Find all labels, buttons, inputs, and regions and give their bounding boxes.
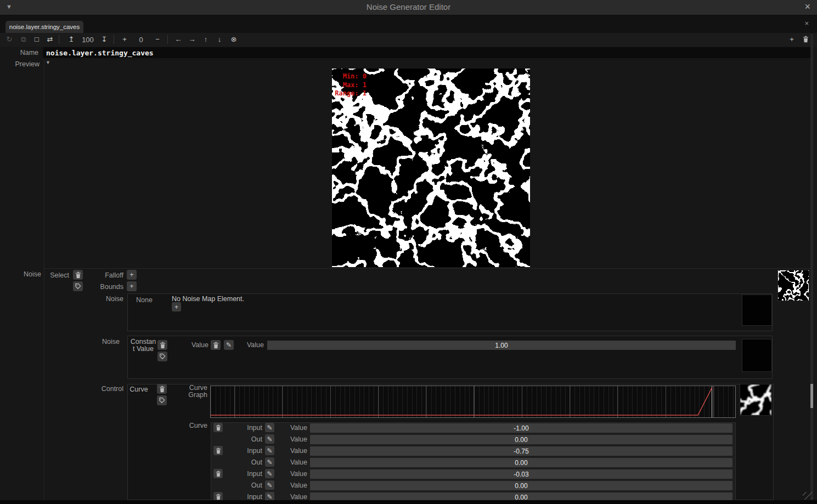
point-trash-button[interactable]	[213, 446, 223, 455]
scrollbar-track[interactable]	[810, 34, 813, 499]
value-param-label: Value	[181, 341, 209, 349]
preview-collapse-icon[interactable]: ▼	[46, 60, 50, 65]
noise-map-empty-message: No Noise Map Element.	[172, 295, 281, 303]
noise-element-type-label: Constant Value	[129, 338, 157, 353]
curve-line	[211, 386, 735, 417]
move-left-icon[interactable]: ←	[173, 35, 184, 44]
point-value-label: Value	[280, 482, 307, 489]
falloff-label: Falloff	[85, 271, 123, 279]
name-input[interactable]	[43, 47, 810, 58]
noise-group-label: Noise	[5, 270, 41, 278]
point-kind-label: Input	[235, 447, 262, 455]
point-value-label: Value	[280, 458, 307, 466]
select-trash-button[interactable]	[73, 270, 83, 280]
point-value-slider[interactable]: 0.00	[310, 458, 733, 467]
point-pencil-button[interactable]: ✎	[265, 434, 274, 444]
constant-value-slider[interactable]: 1.00	[267, 341, 736, 350]
window-bottom-edge	[0, 500, 817, 504]
label-column-divider	[44, 59, 44, 500]
cancel-icon[interactable]: ⊗	[228, 35, 239, 44]
point-value-slider[interactable]: -1.00	[310, 423, 733, 433]
toolbar-add-icon[interactable]: +	[786, 35, 797, 44]
preview-stats: Min: 0 Max: 1 Range: 1	[334, 72, 367, 98]
toolbar-separator	[59, 35, 59, 44]
point-kind-label: Input	[235, 493, 262, 501]
point-value-slider[interactable]: 0.00	[310, 481, 733, 490]
value-trash-button[interactable]	[211, 340, 221, 350]
control-thumbnail	[740, 384, 772, 416]
noise-map-label: Noise	[85, 295, 123, 303]
shuffle-icon[interactable]: ⇄	[44, 35, 55, 44]
bounds-add-button[interactable]: +	[127, 281, 137, 291]
tab-noise-layer-stringy-caves[interactable]: noise.layer.stringy_caves	[5, 21, 83, 33]
point-pencil-button[interactable]: ✎	[265, 457, 274, 467]
increment-icon[interactable]: +	[119, 35, 130, 44]
point-trash-button[interactable]	[213, 469, 223, 478]
curve-graph-label: Curve Graph	[183, 384, 207, 399]
decrement-icon[interactable]: −	[152, 35, 163, 44]
toolbar-trash-icon[interactable]	[800, 35, 811, 44]
offset-value-label[interactable]: 0	[133, 36, 149, 44]
resize-grip[interactable]	[803, 492, 813, 500]
point-kind-label: Out	[235, 482, 262, 489]
noise-element-tag-button[interactable]	[157, 352, 167, 361]
curve-trash-button[interactable]	[157, 384, 167, 394]
window-title: Noise Generator Editor	[0, 2, 817, 12]
preview-label: Preview	[5, 60, 40, 68]
preview-min: Min: 0	[334, 72, 367, 81]
point-value-slider[interactable]: -0.03	[310, 469, 733, 479]
curve-type-label: Curve	[125, 386, 153, 393]
noise-map-add-button[interactable]: +	[172, 302, 181, 312]
point-pencil-button[interactable]: ✎	[265, 446, 274, 455]
tab-close-icon[interactable]: ×	[804, 19, 809, 27]
raise-amount-label[interactable]: 100	[80, 36, 96, 44]
move-down-icon[interactable]: ↓	[214, 35, 225, 44]
falloff-add-button[interactable]: +	[127, 270, 137, 280]
value-label: Value	[236, 341, 264, 349]
point-value-label: Value	[280, 435, 307, 443]
point-kind-label: Out	[235, 458, 262, 466]
point-value-slider[interactable]: 0.00	[310, 435, 733, 444]
move-up-icon[interactable]: ↑	[200, 35, 211, 44]
bounds-label: Bounds	[85, 283, 123, 291]
toolbar-separator	[167, 35, 168, 44]
preview-max: Max: 1	[334, 81, 367, 90]
point-kind-label: Input	[235, 470, 262, 478]
curve-points-label: Curve	[183, 422, 207, 429]
point-pencil-button[interactable]: ✎	[265, 480, 274, 490]
noise-element-thumbnail	[742, 339, 772, 372]
refresh-icon[interactable]: ↻	[4, 35, 15, 44]
point-value-label: Value	[280, 424, 307, 432]
point-kind-label: Out	[235, 435, 262, 443]
noise-map-thumbnail	[742, 295, 772, 326]
value-pencil-button[interactable]: ✎	[224, 340, 234, 350]
select-tag-button[interactable]	[73, 281, 83, 291]
curve-graph[interactable]	[210, 386, 736, 418]
scrollbar-thumb[interactable]	[810, 384, 813, 408]
noise-generator-editor-window: ▼ Noise Generator Editor × noise.layer.s…	[0, 0, 817, 504]
lower-to-bottom-icon[interactable]: ↧	[99, 35, 110, 44]
frame-icon[interactable]: □	[31, 35, 42, 44]
tab-strip: noise.layer.stringy_caves ×	[0, 15, 817, 33]
curve-tag-button[interactable]	[157, 395, 167, 405]
point-trash-button[interactable]	[213, 423, 223, 432]
preview-range: Range: 1	[334, 89, 367, 98]
point-pencil-button[interactable]: ✎	[265, 469, 274, 478]
point-value-label: Value	[280, 447, 307, 455]
point-pencil-button[interactable]: ✎	[265, 423, 274, 432]
point-value-slider[interactable]: -0.75	[310, 446, 733, 456]
raise-to-top-icon[interactable]: ↥	[66, 35, 77, 44]
point-kind-label: Input	[235, 424, 262, 432]
toolbar: ↻ ⧉ □ ⇄ ↥ 100 ↧ + 0 − ← → ↑ ↓ ⊗ +	[0, 33, 817, 47]
move-right-icon[interactable]: →	[187, 35, 198, 44]
section-divider	[44, 268, 810, 269]
select-label: Select	[42, 271, 69, 279]
noise-preview-image	[332, 69, 530, 267]
window-close-icon[interactable]: ×	[804, 1, 810, 13]
noise-map-type-label: None	[126, 296, 153, 304]
titlebar: ▼ Noise Generator Editor ×	[0, 0, 817, 15]
point-value-label: Value	[280, 470, 307, 478]
noise-element-trash-button[interactable]	[157, 340, 167, 350]
noise-element-label: Noise	[85, 338, 120, 346]
duplicate-icon[interactable]: ⧉	[18, 35, 29, 44]
